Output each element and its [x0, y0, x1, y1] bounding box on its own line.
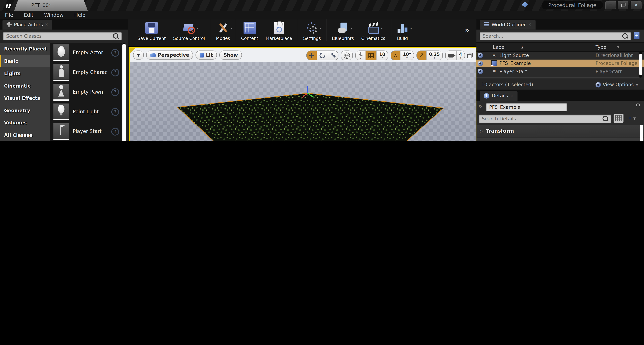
scale-snap-value-dropdown[interactable]: 0.25▾	[426, 51, 442, 60]
visibility-eye-icon[interactable]	[478, 53, 483, 58]
place-category-item[interactable]: Basic	[0, 55, 50, 67]
toolbar-button[interactable]: ▾ Build	[392, 19, 412, 40]
tutorial-hat-icon[interactable]	[522, 2, 528, 8]
world-local-toggle[interactable]	[341, 50, 353, 60]
toolbar-button[interactable]: Content	[238, 19, 262, 40]
details-scrollbar[interactable]	[640, 125, 643, 141]
help-icon[interactable]	[111, 108, 119, 116]
chevron-down-icon[interactable]: ▾	[320, 27, 322, 30]
tab-world-outliner[interactable]: World Outliner ✕	[480, 20, 535, 30]
toolbar-button[interactable]: ▾ Settings	[300, 19, 327, 40]
toolbar-overflow-chevrons[interactable]: »	[465, 26, 470, 34]
chevron-down-icon[interactable]: ▾	[231, 27, 232, 30]
place-actor-item[interactable]: Empty Character	[50, 62, 122, 82]
visibility-eye-icon[interactable]	[478, 61, 483, 66]
level-viewport[interactable]: ▼ Perspective Lit Show	[129, 47, 477, 141]
search-classes-input[interactable]	[3, 32, 122, 40]
place-actor-item[interactable]: Point Light	[50, 102, 122, 122]
menu-item[interactable]: File	[5, 12, 13, 18]
camera-speed-value-dropdown[interactable]: 4▾	[456, 51, 464, 60]
transform-tool-group	[306, 50, 338, 60]
filter-icon[interactable]: ▼	[617, 46, 619, 49]
grid-snap-value-dropdown[interactable]: 10▾	[376, 51, 388, 60]
toolbar-button[interactable]: Marketplace	[262, 19, 298, 40]
toolbar-button[interactable]: ▾ Source Control	[170, 19, 211, 40]
toolbar-button[interactable]: ▾ Blueprints	[328, 19, 358, 40]
place-category-label: Visual Effects	[4, 95, 40, 101]
tab-details[interactable]: Details ✕	[480, 91, 518, 101]
move-tool-button[interactable]	[307, 51, 317, 60]
close-button[interactable]: ×	[631, 1, 642, 9]
property-matrix-button[interactable]	[614, 114, 624, 123]
scale-snap-toggle[interactable]: ↗	[417, 51, 426, 60]
maximize-viewport-icon[interactable]	[468, 53, 473, 58]
outliner-view-options[interactable]: View Options▼	[594, 82, 644, 88]
level-tab[interactable]: PFT_00*	[14, 0, 88, 11]
place-actor-item[interactable]: Empty Pawn	[50, 82, 122, 102]
place-category-item[interactable]: All Classes	[0, 129, 50, 141]
search-details-input[interactable]	[479, 114, 611, 123]
place-category-label: Basic	[4, 58, 18, 64]
place-category-item[interactable]: Lights	[0, 68, 50, 80]
place-actor-item[interactable]: Player Start	[50, 122, 122, 141]
menu-item[interactable]: Edit	[24, 12, 33, 18]
menu-bar: FileEditWindowHelp	[0, 11, 644, 20]
rotation-snap-toggle[interactable]: △	[391, 51, 400, 60]
chevron-down-icon[interactable]: ▾	[351, 27, 352, 30]
camera-mode-button[interactable]: Perspective	[146, 50, 193, 60]
place-category-item[interactable]: Volumes	[0, 117, 50, 129]
per​spective-icon	[150, 53, 156, 57]
minimize-button[interactable]: −	[606, 1, 616, 9]
scale-tool-button[interactable]	[328, 51, 338, 60]
details-section-header[interactable]: Tags	[476, 138, 644, 141]
place-category-item[interactable]: Cinematic	[0, 80, 50, 92]
help-icon[interactable]	[111, 49, 119, 56]
place-category-item[interactable]: Recently Placed	[0, 43, 50, 55]
toolbar-button[interactable]: ▾ Modes	[212, 19, 236, 40]
chevron-down-icon[interactable]: ▾	[410, 27, 412, 30]
tab-place-actors[interactable]: Place Actors ✕	[2, 20, 52, 30]
chevron-right-icon	[480, 129, 482, 133]
create-new-layer-icon[interactable]	[634, 32, 640, 39]
show-flags-button[interactable]: Show	[219, 50, 242, 60]
procedural-foliage-volume[interactable]	[130, 62, 476, 141]
help-icon[interactable]	[111, 128, 119, 135]
chevron-down-icon[interactable]: ▼	[633, 117, 636, 120]
help-icon[interactable]	[111, 88, 119, 96]
toolbar-button[interactable]: ▾ Cinematics	[358, 19, 392, 40]
chevron-down-icon[interactable]: ▾	[381, 27, 383, 30]
place-category-item[interactable]: Visual Effects	[0, 92, 50, 104]
surface-snap-button[interactable]: ▾	[356, 51, 366, 60]
outliner-scrollbar[interactable]	[639, 51, 642, 78]
details-section-header[interactable]: Transform	[476, 125, 644, 137]
chevron-down-icon[interactable]: ▾	[197, 27, 198, 30]
actor-label: Light Source	[500, 52, 593, 58]
world-outliner-panel: World Outliner ✕ Label▲ Type▼ Light Sour…	[476, 19, 644, 90]
menu-item[interactable]: Help	[74, 12, 85, 18]
close-icon[interactable]: ✕	[510, 94, 514, 98]
outliner-row[interactable]: PFS_Example ProceduralFoliage	[476, 59, 644, 68]
toolbar-button[interactable]: Save Current	[134, 19, 170, 40]
outliner-search-input[interactable]	[480, 32, 631, 40]
column-type[interactable]: Type▼	[596, 44, 644, 50]
place-category-item[interactable]: Geometry	[0, 104, 50, 116]
place-actors-scrollbar[interactable]	[122, 43, 126, 141]
place-actor-item[interactable]: Empty Actor	[50, 43, 122, 62]
outliner-row[interactable]: Light Source DirectionalLight	[476, 51, 644, 59]
camera-speed-button[interactable]	[446, 51, 456, 60]
menu-item[interactable]: Window	[44, 12, 64, 18]
grid-snap-toggle[interactable]	[366, 51, 376, 60]
restore-button[interactable]	[618, 1, 628, 9]
help-icon[interactable]	[111, 68, 119, 76]
actor-name-field[interactable]	[486, 103, 567, 111]
toolbar-icon	[306, 22, 318, 34]
rotate-tool-button[interactable]	[317, 51, 328, 60]
visibility-eye-icon[interactable]	[478, 69, 483, 74]
viewport-scene[interactable]: Z X Y ?	[130, 62, 476, 141]
rotation-snap-value-dropdown[interactable]: 10°▾	[400, 51, 414, 60]
close-icon[interactable]: ✕	[45, 23, 48, 27]
outliner-row[interactable]: Player Start PlayerStart	[476, 68, 644, 76]
close-icon[interactable]: ✕	[528, 23, 531, 27]
column-label[interactable]: Label▲	[476, 44, 596, 50]
view-mode-button[interactable]: Lit	[196, 50, 217, 60]
